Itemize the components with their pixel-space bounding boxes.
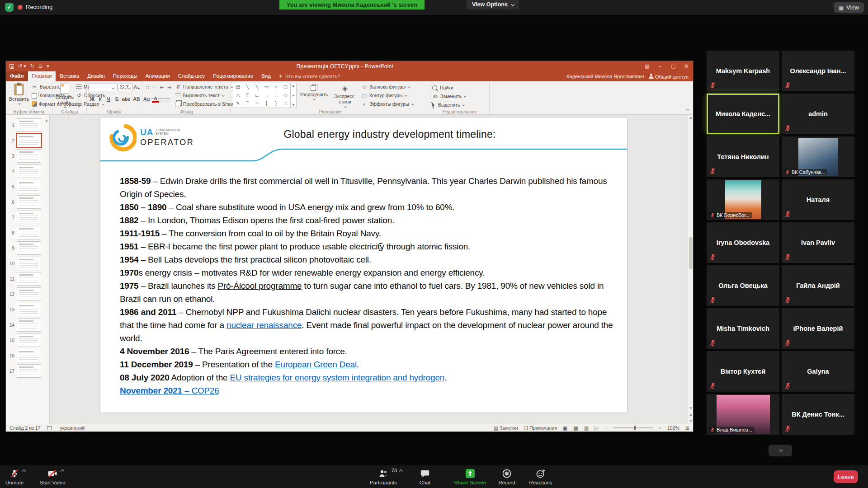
unmute-button[interactable]: Unmute <box>5 467 24 485</box>
security-shield-icon[interactable]: ✓ <box>5 3 14 12</box>
slide-hyperlink[interactable]: November 2021 – <box>120 386 191 395</box>
slide-thumbnail-1[interactable]: 1 <box>6 117 49 133</box>
start-slideshow-button[interactable]: ⊡ <box>38 63 42 69</box>
notes-button[interactable]: ▤ Заметки <box>494 425 518 431</box>
tab-review[interactable]: Рецензирование <box>209 71 257 81</box>
slide-body-textbox[interactable]: 1858-59 – Edwin Drake drills the first c… <box>120 174 617 397</box>
strikethrough-button[interactable]: abc <box>121 96 131 102</box>
replace-button[interactable]: abЗаменить <box>432 92 488 100</box>
find-button[interactable]: Найти <box>432 84 488 92</box>
tab-file[interactable]: Файл <box>6 71 28 81</box>
shape-icon[interactable]: ▤ <box>233 83 243 91</box>
zoom-slider-handle[interactable] <box>634 426 636 430</box>
tab-transitions[interactable]: Переходы <box>109 71 142 81</box>
increase-indent-button[interactable]: ⇥ <box>166 84 172 90</box>
participant-tile[interactable]: ВК Сабунчак... <box>782 136 854 177</box>
participant-tile[interactable]: Maksym Karpash <box>707 51 779 91</box>
participant-tile[interactable]: Олександр Іван... <box>782 51 854 91</box>
paste-button[interactable]: Вставить <box>8 83 31 109</box>
participant-tile[interactable]: Ivan Pavliv <box>782 222 854 263</box>
shape-icon[interactable]: Γ <box>243 91 252 99</box>
quick-styles-button[interactable]: ◈ Экспресс-стили <box>331 83 359 108</box>
participant-tile[interactable]: Ольга Овецька <box>707 265 779 306</box>
normal-view-button[interactable]: ▣ <box>563 425 567 431</box>
start-video-button[interactable]: Start Video <box>40 467 66 485</box>
scrollbar-handle[interactable] <box>689 237 693 269</box>
slide-thumbnail-12[interactable]: 12 <box>6 286 49 302</box>
scroll-down-icon[interactable]: ▼ <box>688 406 693 410</box>
participant-tile[interactable]: Galyna <box>782 351 854 392</box>
participant-tile[interactable]: ВК Денис Тонк... <box>782 394 854 435</box>
tab-animations[interactable]: Анимация <box>142 71 174 81</box>
shape-icon[interactable]: { <box>262 99 271 108</box>
spellcheck-indicator[interactable] <box>47 425 54 431</box>
slideshow-view-button[interactable]: ▷ <box>594 425 598 431</box>
shape-fill-button[interactable]: ◇Заливка фигуры <box>361 83 414 91</box>
participant-tile[interactable]: ВК БорисБог... <box>707 179 779 220</box>
slide-sorter-view-button[interactable]: ▦ <box>573 425 578 431</box>
font-name-combobox[interactable] <box>89 84 116 91</box>
participant-tile[interactable]: admin <box>782 94 854 134</box>
fit-to-window-button[interactable]: ⊞ <box>685 425 689 431</box>
shape-gallery-scrollbar[interactable]: ▲▼▼ <box>290 83 296 108</box>
slide-thumbnail-2[interactable]: 2 <box>6 133 49 148</box>
shape-gallery[interactable]: ▤╲╲▭○▢△Γ∟→↓◇✎⌒~{}☆ ▲▼▼ <box>233 83 297 108</box>
tab-home[interactable]: Главная <box>28 71 56 81</box>
leave-button[interactable]: Leave <box>834 470 858 483</box>
tab-slideshow[interactable]: Слайд-шоу <box>174 71 209 81</box>
slide-hyperlink[interactable]: EU strategies for energy system integrat… <box>230 373 445 382</box>
close-button[interactable]: ✕ <box>680 61 693 71</box>
thumbnail-scroll-up-icon[interactable]: ▲ <box>45 118 48 122</box>
participant-tile[interactable]: Misha Timkovich <box>707 308 779 349</box>
restore-button[interactable]: ▢ <box>667 61 680 71</box>
slide-thumbnail-16[interactable]: 16 <box>6 348 49 363</box>
redo-button[interactable]: ↻ <box>30 63 34 69</box>
participant-tile[interactable]: Віктор Кухтєй <box>707 351 779 392</box>
scroll-up-icon[interactable]: ▲ <box>688 116 693 120</box>
slide-thumbnail-14[interactable]: 14 <box>6 317 49 333</box>
numbering-button[interactable]: ≔ <box>151 84 158 90</box>
minimize-button[interactable]: – <box>654 61 667 71</box>
decrease-indent-button[interactable]: ⇤ <box>159 84 165 90</box>
comments-button[interactable]: ❑ Примечания <box>524 425 557 431</box>
scroll-participants-down-button[interactable] <box>769 445 792 456</box>
shape-icon[interactable]: ○ <box>271 83 281 91</box>
slide-thumbnail-8[interactable]: 8 <box>6 225 49 240</box>
arrange-button[interactable]: Упорядочить <box>299 83 329 108</box>
shape-icon[interactable]: → <box>262 91 271 99</box>
align-right-button[interactable] <box>158 98 164 103</box>
ribbon-display-options-button[interactable]: ▤ <box>641 61 654 71</box>
tab-insert[interactable]: Вставка <box>56 71 83 81</box>
zoom-out-button[interactable]: − <box>604 425 607 431</box>
shape-icon[interactable]: ✎ <box>233 99 243 108</box>
slide-scrollbar[interactable]: ▲ ▼ ▲ ▼ <box>688 115 693 424</box>
text-shadow-button[interactable]: S <box>113 96 120 102</box>
tell-me-box[interactable]: ☀Что вы хотите сделать? <box>275 71 344 81</box>
shape-icon[interactable]: ∟ <box>252 91 262 99</box>
zoom-level[interactable]: 102% <box>667 425 679 431</box>
slide-hyperlink[interactable]: nuclear renaissance <box>226 320 302 330</box>
slide-thumbnail-15[interactable]: 15 <box>6 333 49 348</box>
slide-thumbnail-6[interactable]: 6 <box>6 194 49 210</box>
shape-icon[interactable]: } <box>271 99 281 108</box>
shape-icon[interactable]: ╲ <box>252 83 262 91</box>
record-button[interactable]: Record <box>495 467 518 485</box>
slide-canvas[interactable]: UA TRANSMISSIONSYSTEM OPERATOR Global en… <box>100 117 627 413</box>
shape-icon[interactable]: ☆ <box>281 99 290 108</box>
participant-tile[interactable]: Микола Каденс... <box>707 94 779 134</box>
slide-hyperlink[interactable]: European Green Deal <box>275 360 357 369</box>
save-icon[interactable] <box>9 64 14 69</box>
share-button[interactable]: Общий доступ <box>649 74 689 80</box>
font-size-combobox[interactable]: 22,7 <box>117 84 132 91</box>
participant-tile[interactable]: Гайла Андрій <box>782 265 854 306</box>
new-slide-button[interactable]: Создать слайд <box>54 83 75 109</box>
participants-chevron-icon[interactable] <box>399 469 403 473</box>
shape-outline-button[interactable]: ▢Контур фигуры <box>361 91 414 99</box>
bold-button[interactable]: Ж <box>89 96 96 102</box>
bullets-button[interactable]: ∷ <box>144 84 151 90</box>
select-button[interactable]: Выделить <box>432 101 488 109</box>
shape-icon[interactable]: ▭ <box>262 83 271 91</box>
video-options-chevron-icon[interactable] <box>61 469 64 473</box>
slide-thumbnail-13[interactable]: 13 <box>6 302 49 317</box>
underline-button[interactable]: Ч <box>105 96 112 102</box>
